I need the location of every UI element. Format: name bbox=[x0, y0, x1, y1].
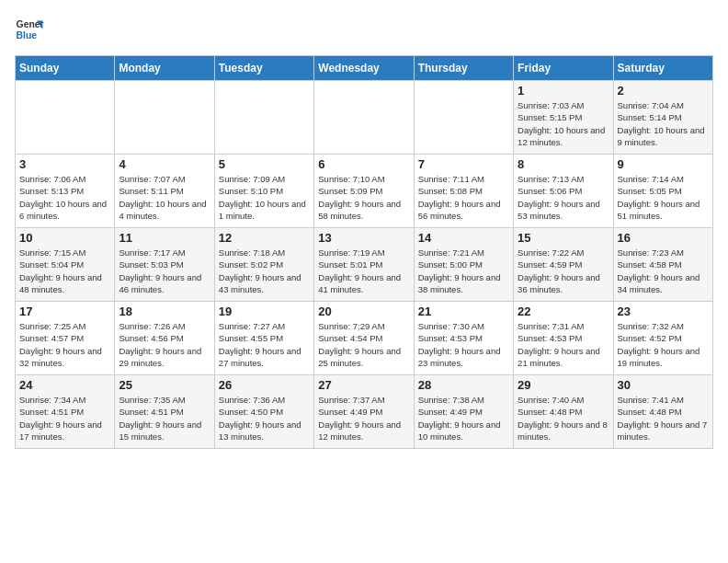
day-info: Sunrise: 7:26 AM Sunset: 4:56 PM Dayligh… bbox=[119, 320, 210, 369]
day-info: Sunrise: 7:10 AM Sunset: 5:09 PM Dayligh… bbox=[318, 173, 409, 222]
day-number: 27 bbox=[318, 378, 409, 392]
calendar-cell bbox=[115, 81, 214, 155]
day-number: 13 bbox=[318, 231, 409, 245]
calendar-table: SundayMondayTuesdayWednesdayThursdayFrid… bbox=[15, 55, 713, 449]
day-info: Sunrise: 7:22 AM Sunset: 4:59 PM Dayligh… bbox=[518, 247, 609, 295]
day-info: Sunrise: 7:15 AM Sunset: 5:04 PM Dayligh… bbox=[19, 247, 110, 295]
day-number: 19 bbox=[219, 304, 310, 318]
calendar-cell: 18Sunrise: 7:26 AM Sunset: 4:56 PM Dayli… bbox=[115, 302, 214, 375]
day-info: Sunrise: 7:19 AM Sunset: 5:01 PM Dayligh… bbox=[318, 247, 409, 295]
day-number: 20 bbox=[318, 304, 409, 318]
calendar-body: 1Sunrise: 7:03 AM Sunset: 5:15 PM Daylig… bbox=[16, 81, 713, 449]
calendar-cell: 5Sunrise: 7:09 AM Sunset: 5:10 PM Daylig… bbox=[214, 155, 313, 228]
day-number: 25 bbox=[119, 378, 210, 392]
calendar-cell: 3Sunrise: 7:06 AM Sunset: 5:13 PM Daylig… bbox=[16, 155, 115, 228]
calendar-cell: 26Sunrise: 7:36 AM Sunset: 4:50 PM Dayli… bbox=[214, 375, 313, 449]
calendar-week-row: 1Sunrise: 7:03 AM Sunset: 5:15 PM Daylig… bbox=[16, 81, 713, 155]
calendar-cell: 27Sunrise: 7:37 AM Sunset: 4:49 PM Dayli… bbox=[314, 375, 414, 449]
page-header: General Blue bbox=[15, 15, 713, 44]
calendar-cell: 30Sunrise: 7:41 AM Sunset: 4:48 PM Dayli… bbox=[613, 375, 712, 449]
calendar-cell: 6Sunrise: 7:10 AM Sunset: 5:09 PM Daylig… bbox=[314, 155, 414, 228]
day-info: Sunrise: 7:14 AM Sunset: 5:05 PM Dayligh… bbox=[618, 173, 709, 222]
calendar-cell: 17Sunrise: 7:25 AM Sunset: 4:57 PM Dayli… bbox=[16, 302, 115, 375]
day-number: 14 bbox=[418, 231, 509, 245]
logo: General Blue bbox=[15, 15, 44, 44]
day-number: 3 bbox=[19, 157, 110, 171]
calendar-cell: 2Sunrise: 7:04 AM Sunset: 5:14 PM Daylig… bbox=[613, 81, 712, 155]
calendar-cell: 15Sunrise: 7:22 AM Sunset: 4:59 PM Dayli… bbox=[514, 228, 613, 302]
day-number: 2 bbox=[618, 84, 709, 98]
day-info: Sunrise: 7:31 AM Sunset: 4:53 PM Dayligh… bbox=[518, 320, 609, 369]
weekday-header: Wednesday bbox=[314, 56, 414, 81]
day-number: 23 bbox=[618, 304, 709, 318]
calendar-cell: 25Sunrise: 7:35 AM Sunset: 4:51 PM Dayli… bbox=[115, 375, 214, 449]
day-info: Sunrise: 7:36 AM Sunset: 4:50 PM Dayligh… bbox=[219, 394, 310, 442]
calendar-cell: 1Sunrise: 7:03 AM Sunset: 5:15 PM Daylig… bbox=[514, 81, 613, 155]
calendar-cell: 29Sunrise: 7:40 AM Sunset: 4:48 PM Dayli… bbox=[514, 375, 613, 449]
calendar-cell: 12Sunrise: 7:18 AM Sunset: 5:02 PM Dayli… bbox=[214, 228, 313, 302]
calendar-cell: 9Sunrise: 7:14 AM Sunset: 5:05 PM Daylig… bbox=[613, 155, 712, 228]
day-number: 28 bbox=[418, 378, 509, 392]
day-number: 30 bbox=[618, 378, 709, 392]
day-info: Sunrise: 7:18 AM Sunset: 5:02 PM Dayligh… bbox=[219, 247, 310, 295]
day-info: Sunrise: 7:13 AM Sunset: 5:06 PM Dayligh… bbox=[518, 173, 609, 222]
calendar-cell: 10Sunrise: 7:15 AM Sunset: 5:04 PM Dayli… bbox=[16, 228, 115, 302]
day-info: Sunrise: 7:40 AM Sunset: 4:48 PM Dayligh… bbox=[518, 394, 609, 442]
day-info: Sunrise: 7:27 AM Sunset: 4:55 PM Dayligh… bbox=[219, 320, 310, 369]
day-info: Sunrise: 7:21 AM Sunset: 5:00 PM Dayligh… bbox=[418, 247, 509, 295]
weekday-header: Monday bbox=[115, 56, 214, 81]
calendar-cell: 13Sunrise: 7:19 AM Sunset: 5:01 PM Dayli… bbox=[314, 228, 414, 302]
calendar-week-row: 10Sunrise: 7:15 AM Sunset: 5:04 PM Dayli… bbox=[16, 228, 713, 302]
day-info: Sunrise: 7:23 AM Sunset: 4:58 PM Dayligh… bbox=[618, 247, 709, 295]
calendar-cell bbox=[214, 81, 313, 155]
calendar-week-row: 24Sunrise: 7:34 AM Sunset: 4:51 PM Dayli… bbox=[16, 375, 713, 449]
day-number: 4 bbox=[119, 157, 210, 171]
day-info: Sunrise: 7:25 AM Sunset: 4:57 PM Dayligh… bbox=[19, 320, 110, 369]
day-info: Sunrise: 7:29 AM Sunset: 4:54 PM Dayligh… bbox=[318, 320, 409, 369]
weekday-header: Saturday bbox=[613, 56, 712, 81]
day-info: Sunrise: 7:09 AM Sunset: 5:10 PM Dayligh… bbox=[219, 173, 310, 222]
calendar-cell: 7Sunrise: 7:11 AM Sunset: 5:08 PM Daylig… bbox=[414, 155, 513, 228]
day-number: 8 bbox=[518, 157, 609, 171]
day-number: 16 bbox=[618, 231, 709, 245]
day-number: 18 bbox=[119, 304, 210, 318]
weekday-header: Sunday bbox=[16, 56, 115, 81]
calendar-cell: 11Sunrise: 7:17 AM Sunset: 5:03 PM Dayli… bbox=[115, 228, 214, 302]
day-number: 12 bbox=[219, 231, 310, 245]
day-info: Sunrise: 7:34 AM Sunset: 4:51 PM Dayligh… bbox=[19, 394, 110, 442]
day-info: Sunrise: 7:06 AM Sunset: 5:13 PM Dayligh… bbox=[19, 173, 110, 222]
day-info: Sunrise: 7:35 AM Sunset: 4:51 PM Dayligh… bbox=[119, 394, 210, 442]
day-number: 22 bbox=[518, 304, 609, 318]
calendar-week-row: 17Sunrise: 7:25 AM Sunset: 4:57 PM Dayli… bbox=[16, 302, 713, 375]
day-info: Sunrise: 7:17 AM Sunset: 5:03 PM Dayligh… bbox=[119, 247, 210, 295]
calendar-cell bbox=[314, 81, 414, 155]
calendar-cell: 23Sunrise: 7:32 AM Sunset: 4:52 PM Dayli… bbox=[613, 302, 712, 375]
day-info: Sunrise: 7:03 AM Sunset: 5:15 PM Dayligh… bbox=[518, 99, 609, 148]
day-number: 7 bbox=[418, 157, 509, 171]
day-number: 1 bbox=[518, 84, 609, 98]
day-number: 11 bbox=[119, 231, 210, 245]
day-number: 9 bbox=[618, 157, 709, 171]
day-number: 26 bbox=[219, 378, 310, 392]
weekday-header: Tuesday bbox=[214, 56, 313, 81]
calendar-cell: 4Sunrise: 7:07 AM Sunset: 5:11 PM Daylig… bbox=[115, 155, 214, 228]
day-number: 17 bbox=[19, 304, 110, 318]
day-number: 15 bbox=[518, 231, 609, 245]
weekday-header: Thursday bbox=[414, 56, 513, 81]
day-number: 10 bbox=[19, 231, 110, 245]
day-number: 5 bbox=[219, 157, 310, 171]
day-info: Sunrise: 7:41 AM Sunset: 4:48 PM Dayligh… bbox=[618, 394, 709, 442]
day-info: Sunrise: 7:11 AM Sunset: 5:08 PM Dayligh… bbox=[418, 173, 509, 222]
day-number: 6 bbox=[318, 157, 409, 171]
logo-icon: General Blue bbox=[15, 15, 44, 44]
calendar-header-row: SundayMondayTuesdayWednesdayThursdayFrid… bbox=[16, 56, 713, 81]
day-info: Sunrise: 7:07 AM Sunset: 5:11 PM Dayligh… bbox=[119, 173, 210, 222]
calendar-cell: 21Sunrise: 7:30 AM Sunset: 4:53 PM Dayli… bbox=[414, 302, 513, 375]
day-info: Sunrise: 7:30 AM Sunset: 4:53 PM Dayligh… bbox=[418, 320, 509, 369]
day-info: Sunrise: 7:37 AM Sunset: 4:49 PM Dayligh… bbox=[318, 394, 409, 442]
day-info: Sunrise: 7:32 AM Sunset: 4:52 PM Dayligh… bbox=[618, 320, 709, 369]
calendar-cell: 14Sunrise: 7:21 AM Sunset: 5:00 PM Dayli… bbox=[414, 228, 513, 302]
day-number: 29 bbox=[518, 378, 609, 392]
day-info: Sunrise: 7:38 AM Sunset: 4:49 PM Dayligh… bbox=[418, 394, 509, 442]
calendar-cell: 24Sunrise: 7:34 AM Sunset: 4:51 PM Dayli… bbox=[16, 375, 115, 449]
